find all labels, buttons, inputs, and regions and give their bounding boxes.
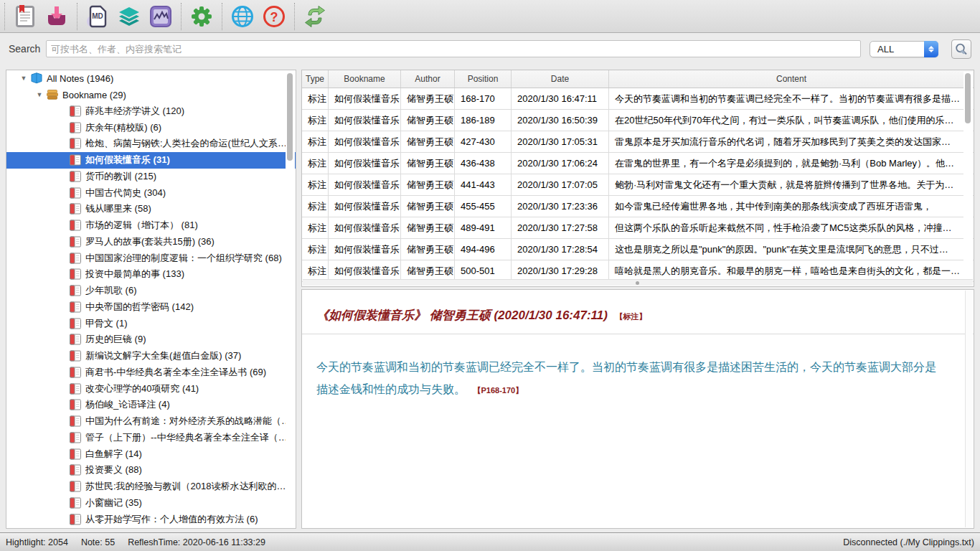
- book-icon: [69, 236, 82, 248]
- status-highlight-count: Hightlight: 2054: [6, 537, 68, 547]
- book-icon: [69, 367, 82, 378]
- tree-item-book[interactable]: 如何假装懂音乐 (31): [6, 152, 296, 169]
- tree-item-book[interactable]: 历史的巨镜 (9): [6, 331, 296, 348]
- sidebar-scrollbar-thumb[interactable]: [287, 73, 293, 161]
- statistics-button[interactable]: [149, 5, 172, 28]
- disclosure-triangle[interactable]: ▼: [19, 75, 28, 82]
- tree-item-book[interactable]: 新编说文解字大全集(超值白金版) (37): [6, 348, 296, 364]
- cell-bookname: 如何假装懂音乐: [329, 110, 401, 131]
- disclosure-triangle[interactable]: ▼: [35, 91, 44, 98]
- tree-item-book[interactable]: 中国为什么有前途：对外经济关系的战略潜能（…: [6, 413, 296, 430]
- tree-item-book[interactable]: 商君书-中华经典名著全本全注全译丛书 (69): [6, 364, 296, 381]
- pane-splitter-handle[interactable]: [636, 281, 639, 285]
- search-button[interactable]: [951, 39, 971, 59]
- tree-item-book[interactable]: 中央帝国的哲学密码 (142): [6, 299, 296, 316]
- cell-author: 储智勇王硕: [401, 239, 455, 260]
- book-icon: [69, 432, 82, 443]
- sidebar-scrollbar-track[interactable]: [286, 71, 295, 527]
- cell-author: 储智勇王硕: [401, 153, 455, 174]
- cell-bookname: 如何假装懂音乐: [329, 131, 401, 152]
- cell-position: 489-491: [455, 217, 512, 238]
- tree-item-book[interactable]: 苏世民:我的经验与教训（2018读桥水达利欧的…: [6, 479, 296, 495]
- book-label: 商君书-中华经典名著全本全注全译丛书 (69): [85, 366, 266, 379]
- tree-item-book[interactable]: 甲骨文 (1): [6, 315, 296, 331]
- tree-item-book[interactable]: 罗马人的故事(套装共15册) (36): [6, 234, 296, 250]
- tree-item-book[interactable]: 钱从哪里来 (58): [6, 201, 296, 217]
- layers-export-button[interactable]: [118, 5, 141, 28]
- toolbar: MD: [0, 0, 980, 33]
- tree-item-book[interactable]: 市场的逻辑（增订本） (81): [6, 217, 296, 234]
- import-button[interactable]: [45, 5, 68, 28]
- book-icon: [69, 464, 82, 476]
- tree-item-book[interactable]: 货币的教训 (215): [6, 169, 296, 185]
- tree-item-book[interactable]: 薛兆丰经济学讲义 (120): [6, 103, 296, 120]
- table-body: 标注 如何假装懂音乐 储智勇王硕 168-170 2020/1/30 16:47…: [302, 88, 974, 282]
- note-position-tag: 【P168-170】: [473, 386, 523, 395]
- tree-item-book[interactable]: 白鱼解字 (14): [6, 446, 296, 462]
- cell-content: 鲍勃·马利对雷鬼文化还有一个重大贡献，就是将脏辫传播到了世界各地。关于为…: [609, 174, 974, 195]
- table-row[interactable]: 标注 如何假装懂音乐 储智勇王硕 489-491 2020/1/30 17:27…: [302, 217, 974, 239]
- cell-bookname: 如何假装懂音乐: [329, 260, 401, 281]
- table-row[interactable]: 标注 如何假装懂音乐 储智勇王硕 186-189 2020/1/30 16:50…: [302, 110, 974, 131]
- tree-item-book[interactable]: 少年凯歌 (6): [6, 283, 296, 299]
- book-icon: [69, 383, 82, 395]
- tree-item-book[interactable]: 枪炮、病菌与钢铁:人类社会的命运(世纪人文系…: [6, 136, 296, 152]
- markdown-export-button[interactable]: MD: [86, 5, 109, 28]
- settings-button[interactable]: [190, 5, 213, 28]
- book-icon: [69, 350, 82, 362]
- table-header: Type Bookname Author Position Date Conte…: [302, 70, 974, 88]
- tree-item-book[interactable]: 小窗幽记 (35): [6, 495, 296, 512]
- web-button[interactable]: [231, 5, 254, 28]
- tree-item-book[interactable]: 中国古代简史 (304): [6, 184, 296, 201]
- table-row[interactable]: 标注 如何假装懂音乐 储智勇王硕 436-438 2020/1/30 17:06…: [302, 153, 974, 174]
- book-icon: [69, 122, 82, 133]
- note-detail-header: 《如何假装懂音乐》 储智勇王硕 (2020/1/30 16:47:11) 【标注…: [302, 290, 974, 334]
- tree-item-book[interactable]: 中国国家治理的制度逻辑：一个组织学研究 (68): [6, 250, 296, 266]
- tree-item-book[interactable]: 从零开始学写作：个人增值的有效方法 (6): [6, 511, 296, 527]
- cell-bookname: 如何假装懂音乐: [329, 196, 401, 217]
- book-icon: [69, 138, 82, 149]
- book-icon: [69, 448, 82, 460]
- notes-button[interactable]: [14, 5, 37, 28]
- book-label: 中国国家治理的制度逻辑：一个组织学研究 (68): [85, 252, 282, 265]
- help-button[interactable]: ?: [263, 5, 286, 28]
- book-icon: [69, 105, 82, 117]
- tree-item-book[interactable]: 投资中最简单的事 (133): [6, 266, 296, 283]
- column-header-date[interactable]: Date: [512, 70, 609, 88]
- column-header-content[interactable]: Content: [609, 70, 974, 88]
- cell-position: 436-438: [455, 153, 512, 174]
- tree-item-book[interactable]: 杨伯峻_论语译注 (4): [6, 397, 296, 413]
- note-detail-pane: 《如何假装懂音乐》 储智勇王硕 (2020/1/30 16:47:11) 【标注…: [301, 289, 974, 529]
- sync-button[interactable]: [303, 5, 326, 28]
- table-row[interactable]: 标注 如何假装懂音乐 储智勇王硕 494-496 2020/1/30 17:28…: [302, 239, 974, 260]
- column-header-type[interactable]: Type: [302, 70, 329, 88]
- cell-type: 标注: [302, 110, 329, 131]
- table-scrollbar-thumb[interactable]: [965, 73, 971, 123]
- tree-item-book[interactable]: 投资要义 (88): [6, 462, 296, 479]
- search-row: Search ALL: [0, 33, 980, 65]
- status-note-count: Note: 55: [81, 537, 115, 547]
- table-row[interactable]: 标注 如何假装懂音乐 储智勇王硕 427-430 2020/1/30 17:05…: [302, 131, 974, 153]
- book-label: 少年凯歌 (6): [85, 284, 137, 297]
- search-input[interactable]: [46, 40, 861, 57]
- table-row[interactable]: 标注 如何假装懂音乐 储智勇王硕 455-455 2020/1/30 17:23…: [302, 196, 974, 217]
- tree-item-book[interactable]: 改变心理学的40项研究 (41): [6, 380, 296, 397]
- column-header-author[interactable]: Author: [401, 70, 455, 88]
- sync-icon: [303, 5, 326, 28]
- tree-item-book[interactable]: 管子（上下册）--中华经典名著全本全注全译（…: [6, 430, 296, 446]
- column-header-bookname[interactable]: Bookname: [329, 70, 401, 88]
- cell-content: 在20世纪50年代到70年代之间，有过一类乐队，叫节奏蓝调乐队，他们使用的乐…: [609, 110, 974, 131]
- tree-item-book[interactable]: 庆余年(精校版) (6): [6, 119, 296, 136]
- cell-content: 嘻哈就是黑人的朋克音乐。和最早的朋克一样，嘻哈也是来自街头的文化，都是一…: [609, 260, 974, 281]
- table-row[interactable]: 标注 如何假装懂音乐 储智勇王硕 441-443 2020/1/30 17:07…: [302, 174, 974, 196]
- search-scope-dropdown[interactable]: ALL: [870, 41, 938, 57]
- table-row[interactable]: 标注 如何假装懂音乐 储智勇王硕 168-170 2020/1/30 16:47…: [302, 88, 974, 110]
- table-horizontal-scrollbar[interactable]: [303, 279, 973, 286]
- column-header-position[interactable]: Position: [455, 70, 512, 88]
- tree-item-all-notes[interactable]: ▼ All Notes (1946): [6, 70, 296, 87]
- cell-content: 这也是朋克之所以是"punk"的原因。"punk"在英文里是流氓阿飞的意思，只不…: [609, 239, 974, 260]
- book-label: 薛兆丰经济学讲义 (120): [85, 105, 184, 118]
- detail-scrollbar-track[interactable]: [965, 291, 973, 527]
- tree-item-bookname[interactable]: ▼ Bookname (29): [6, 87, 296, 103]
- table-scrollbar-track[interactable]: [963, 72, 973, 279]
